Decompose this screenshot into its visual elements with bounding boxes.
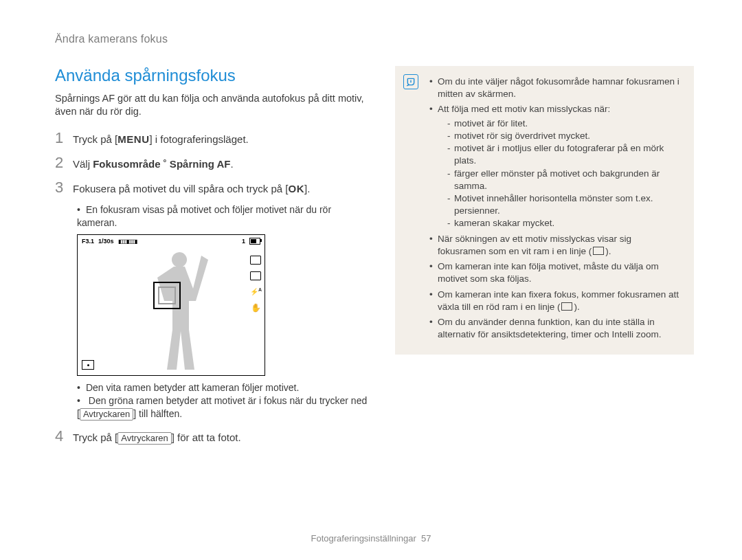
step-number: 4 [55,427,65,445]
text: ] till hälften. [133,408,182,419]
note-icon [403,74,418,89]
footer-label: Fotograferingsinställningar [311,533,416,544]
ok-button-label: OK [288,182,304,196]
step-number: 3 [55,179,65,197]
text: ). [574,302,579,312]
step-3: 3 Fokusera på motivet du vill spåra och … [55,179,368,197]
svg-point-0 [172,252,187,267]
text: Tryck på [ [73,133,117,145]
flash-auto-icon: ⚡A [250,287,262,295]
text: Välj [73,158,93,170]
text: ] för att ta fotot. [172,432,241,443]
text: Fokusera på motivet du vill spåra och tr… [73,183,288,194]
note-2-sub-6: kameran skakar mycket. [447,217,682,229]
left-column: Använda spårningsfokus Spårnings AF gör … [55,66,368,452]
step-4: 4 Tryck på [Avtryckaren] för att ta foto… [55,427,368,445]
note-2-sub-1: motivet är för litet. [447,117,682,130]
page-footer: Fotograferingsinställningar 57 [0,533,742,544]
quality-icon [250,271,261,280]
subject-silhouette-icon [153,247,208,371]
step-text: Fokusera på motivet du vill spåra och tr… [73,182,310,196]
menu-path: Fokusområde ˚ Spårning AF [93,158,230,170]
aperture-value: F3.1 [82,238,94,245]
text: ] i fotograferingsläget. [149,133,248,145]
text: Tryck på [ [73,432,117,443]
text: . [230,158,233,170]
note-2-sub-2: motivet rör sig överdrivet mycket. [447,130,682,142]
step-number: 2 [55,154,65,172]
shutter-value: 1/30s [98,238,114,245]
shutter-button-label: Avtryckaren [80,408,133,421]
section-title: Använda spårningsfokus [55,66,368,85]
text: Att följa med ett motiv kan misslyckas n… [438,104,610,114]
red-frame-icon [561,302,572,311]
step-1: 1 Tryck på [MENU] i fotograferingsläget. [55,129,368,147]
step-2: 2 Välj Fokusområde ˚ Spårning AF. [55,154,368,172]
note-2-sub-5: Motivet innehåller horisontella mönster … [447,192,682,217]
note-item-5: Om kameran inte kan fixera fokus, kommer… [429,289,682,313]
tracking-focus-frame-icon [153,282,181,309]
note-2-sub-4: färger eller mönster på motivet och bakg… [447,168,682,192]
step-text: Tryck på [Avtryckaren] för att ta fotot. [73,431,241,445]
image-size-icon [250,256,261,265]
shutter-button-label: Avtryckaren [117,432,171,445]
exposure-scale-icon: ▮▯▯▯▮▯▯▯▮ [118,238,137,245]
page-number: 57 [421,533,431,544]
breadcrumb: Ändra kamerans fokus [55,33,694,45]
text: Om kameran inte kan fixera fokus, kommer… [438,289,679,312]
stabilizer-icon: ✋ [251,303,261,313]
note-item-2: Att följa med ett motiv kan misslyckas n… [429,103,682,229]
shots-remaining: 1 [242,238,245,245]
text: ]. [304,183,310,194]
intro-text: Spårnings AF gör att du kan följa och an… [55,92,368,118]
step-text: Välj Fokusområde ˚ Spårning AF. [73,157,234,171]
step-text: Tryck på [MENU] i fotograferingsläget. [73,133,249,146]
menu-button-label: MENU [117,133,149,146]
battery-icon [249,238,260,245]
note-item-1: Om du inte väljer något fokusområde hamn… [429,76,682,100]
step-number: 1 [55,129,65,147]
white-frame-icon [593,247,604,255]
note-2-sub-3: motivet är i motljus eller du fotografer… [447,142,682,167]
note-item-3: När sökningen av ett motiv misslyckas vi… [429,233,682,258]
camera-topbar: F3.1 1/30s ▮▯▯▯▮▯▯▯▮ 1 [78,236,265,246]
metering-icon [82,360,94,370]
note-item-6: Om du använder denna funktion, kan du in… [429,316,682,341]
note-box: Om du inte väljer något fokusområde hamn… [395,66,694,355]
note-item-4: Om kameran inte kan följa motivet, måste… [429,260,682,285]
step-3-sub-3: Den gröna ramen betyder att motivet är i… [77,394,368,421]
step-3-sub-2: Den vita ramen betyder att kameran följe… [77,381,368,394]
camera-screen-illustration: F3.1 1/30s ▮▯▯▯▮▯▯▯▮ 1 ⚡A ✋ [77,234,265,376]
step-3-sub-1: En fokusram visas på motivet och följer … [77,203,368,229]
text: ). [605,246,611,256]
right-column: Om du inte väljer något fokusområde hamn… [395,66,694,452]
